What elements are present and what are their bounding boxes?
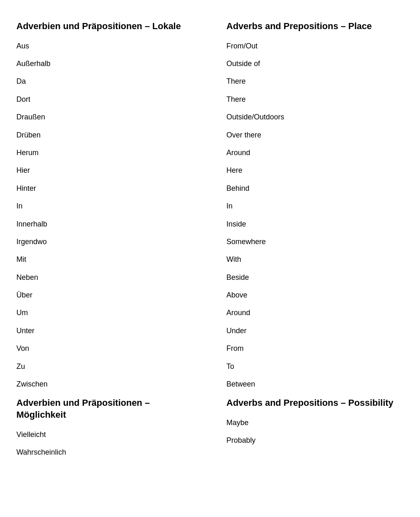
- list-item: Around: [226, 144, 404, 162]
- list-item: Here: [226, 162, 404, 179]
- list-item: Hier: [16, 162, 194, 179]
- list-item: Maybe: [226, 414, 404, 432]
- list-item: Zu: [16, 358, 194, 375]
- list-item: Außerhalb: [16, 55, 194, 73]
- list-item: Über: [16, 286, 194, 304]
- list-item: Irgendwo: [16, 233, 194, 251]
- list-item: There: [226, 91, 404, 108]
- list-item: Over there: [226, 126, 404, 144]
- left-section-1-items: AusAußerhalbDaDortDraußenDrübenHerumHier…: [16, 37, 194, 393]
- list-item: Unter: [16, 322, 194, 340]
- list-item: Herum: [16, 144, 194, 162]
- list-item: With: [226, 251, 404, 268]
- list-item: Somewhere: [226, 233, 404, 251]
- left-section-2: Adverbien und Präpositionen – Möglichkei…: [16, 397, 194, 461]
- list-item: From/Out: [226, 37, 404, 55]
- list-item: Outside of: [226, 55, 404, 73]
- list-item: Probably: [226, 432, 404, 449]
- left-section-2-title: Adverbien und Präpositionen – Möglichkei…: [16, 397, 194, 421]
- list-item: In: [226, 197, 404, 215]
- left-section-1-title: Adverbien und Präpositionen – Lokale: [16, 21, 194, 32]
- page-container: Adverbien und Präpositionen – Lokale Aus…: [16, 16, 404, 461]
- list-item: Um: [16, 304, 194, 322]
- list-item: Mit: [16, 251, 194, 268]
- right-column: Adverbs and Prepositions – Place From/Ou…: [218, 16, 404, 461]
- right-section-2-items: MaybeProbably: [226, 414, 404, 450]
- right-section-2-title: Adverbs and Prepositions – Possibility: [226, 397, 404, 409]
- list-item: Hinter: [16, 180, 194, 197]
- list-item: Drüben: [16, 126, 194, 144]
- list-item: Wahrscheinlich: [16, 444, 194, 461]
- list-item: Innerhalb: [16, 215, 194, 233]
- right-section-1-title: Adverbs and Prepositions – Place: [226, 21, 404, 32]
- right-section-1-items: From/OutOutside ofThereThereOutside/Outd…: [226, 37, 404, 393]
- list-item: Da: [16, 73, 194, 90]
- list-item: Von: [16, 340, 194, 357]
- right-section-2: Adverbs and Prepositions – Possibility M…: [226, 397, 404, 449]
- list-item: Neben: [16, 269, 194, 286]
- list-item: Around: [226, 304, 404, 322]
- list-item: Behind: [226, 180, 404, 197]
- list-item: Between: [226, 375, 404, 393]
- list-item: Beside: [226, 269, 404, 286]
- list-item: To: [226, 358, 404, 375]
- list-item: Under: [226, 322, 404, 340]
- left-column: Adverbien und Präpositionen – Lokale Aus…: [16, 16, 202, 461]
- list-item: Draußen: [16, 108, 194, 126]
- right-section-1: Adverbs and Prepositions – Place From/Ou…: [226, 21, 404, 393]
- list-item: In: [16, 197, 194, 215]
- left-section-2-items: VielleichtWahrscheinlich: [16, 426, 194, 462]
- list-item: Inside: [226, 215, 404, 233]
- list-item: Zwischen: [16, 375, 194, 393]
- list-item: Outside/Outdoors: [226, 108, 404, 126]
- list-item: Aus: [16, 37, 194, 55]
- list-item: Vielleicht: [16, 426, 194, 444]
- list-item: From: [226, 340, 404, 357]
- left-section-1: Adverbien und Präpositionen – Lokale Aus…: [16, 21, 194, 393]
- list-item: Dort: [16, 91, 194, 108]
- list-item: Above: [226, 286, 404, 304]
- list-item: There: [226, 73, 404, 90]
